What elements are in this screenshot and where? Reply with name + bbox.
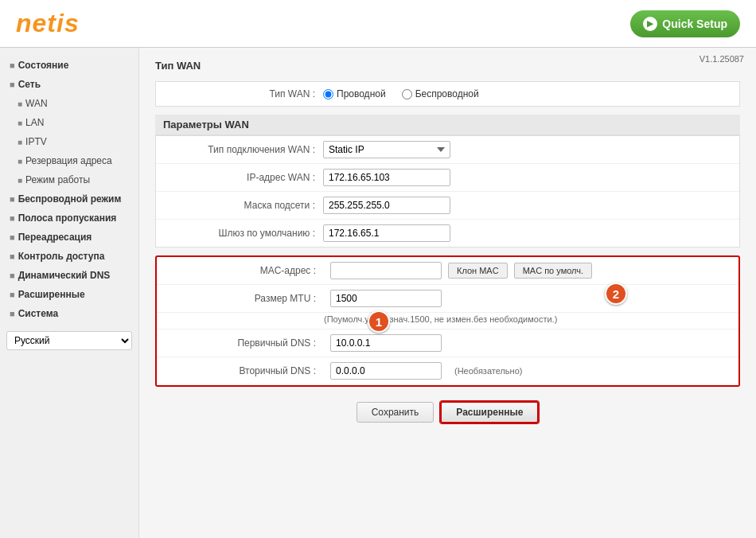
sidebar-item-network[interactable]: ■ Сеть [0, 75, 138, 94]
sidebar-item-status[interactable]: ■ Состояние [0, 56, 138, 75]
language-selector-container[interactable]: Русский English [6, 331, 132, 350]
subnet-label: Маска подсети : [164, 200, 323, 211]
advanced-icon: ■ [10, 290, 15, 299]
redirect-icon: ■ [10, 232, 15, 242]
sidebar-item-redirect[interactable]: ■ Переадресация [0, 228, 138, 247]
subnet-value [323, 197, 731, 214]
wan-type-title: Тип WAN [155, 60, 740, 75]
quick-setup-label: Quick Setup [662, 18, 727, 30]
language-select[interactable]: Русский English [6, 331, 132, 350]
system-icon: ■ [10, 309, 15, 318]
mode-bullet: ■ [18, 176, 22, 185]
network-section-icon: ■ [10, 80, 15, 89]
wan-params-title: Параметры WAN [155, 115, 740, 135]
sidebar-wan-label: WAN [25, 98, 48, 109]
main-layout: ■ Состояние ■ Сеть ■ WAN ■ LAN ■ IPTV ■ … [0, 48, 756, 538]
connection-type-label: Тип подключения WAN : [164, 144, 323, 155]
radio-wireless-label[interactable]: Беспроводной [402, 88, 479, 99]
sidebar-status-label: Состояние [18, 60, 69, 71]
mac-label: MAC-адрес : [165, 265, 324, 276]
ip-input[interactable] [323, 169, 450, 186]
wan-type-row: Тип WAN : Проводной Беспроводной [156, 82, 739, 106]
mac-input[interactable] [330, 262, 442, 279]
sidebar-wireless-label: Беспроводной режим [18, 193, 122, 205]
save-button[interactable]: Сохранить [357, 402, 435, 423]
annotation-badge-1: 1 [368, 310, 390, 333]
secondary-dns-label: Вторичный DNS : [165, 365, 324, 376]
mtu-hint: (Поумолч.устан.знач.1500, не измен.без н… [157, 313, 738, 329]
quick-setup-button[interactable]: ▶ Quick Setup [630, 10, 740, 37]
sidebar-addr-label: Резервация адреса [25, 155, 112, 166]
version-text: V1.1.25087 [699, 54, 744, 64]
content-area: Тип WAN Тип WAN : Проводной Беспроводной… [139, 48, 756, 538]
sidebar-dns-label: Динамический DNS [18, 270, 111, 281]
mtu-label: Размер MTU : [165, 293, 324, 304]
sidebar-item-wan[interactable]: ■ WAN [0, 94, 138, 113]
sidebar-item-lan[interactable]: ■ LAN [0, 113, 138, 132]
wireless-icon: ■ [10, 194, 15, 204]
logo-text: netis [16, 9, 80, 37]
sidebar-item-work-mode[interactable]: ■ Режим работы [0, 170, 138, 189]
sidebar-access-label: Контроль доступа [18, 251, 105, 262]
connection-type-row: Тип подключения WAN : Static IP [156, 136, 739, 164]
quick-setup-icon: ▶ [643, 17, 657, 31]
wan-bullet: ■ [18, 99, 22, 108]
secondary-dns-input[interactable] [330, 362, 442, 380]
logo: netis [16, 9, 80, 38]
header: netis ▶ Quick Setup [0, 0, 756, 48]
access-icon: ■ [10, 251, 15, 261]
addr-bullet: ■ [18, 157, 22, 166]
wan-type-radio-group: Проводной Беспроводной [323, 88, 731, 99]
wan-params-section: Тип подключения WAN : Static IP IP-адрес… [155, 135, 740, 248]
sidebar-redirect-label: Переадресация [18, 232, 92, 243]
sidebar-item-iptv[interactable]: ■ IPTV [0, 132, 138, 151]
status-section-icon: ■ [10, 60, 15, 70]
sidebar-network-label: Сеть [18, 79, 41, 90]
sidebar-iptv-label: IPTV [25, 136, 47, 147]
sidebar: ■ Состояние ■ Сеть ■ WAN ■ LAN ■ IPTV ■ … [0, 48, 139, 538]
radio-wireless-text: Беспроводной [415, 88, 479, 99]
default-mac-button[interactable]: MAC по умолч. [514, 263, 592, 279]
sidebar-item-system[interactable]: ■ Система [0, 304, 138, 323]
bandwidth-icon: ■ [10, 213, 15, 223]
sidebar-item-addr-reserve[interactable]: ■ Резервация адреса [0, 151, 138, 170]
ip-label: IP-адрес WAN : [164, 172, 323, 183]
clone-mac-button[interactable]: Клон MAC [448, 263, 508, 279]
sidebar-mode-label: Режим работы [25, 174, 90, 185]
secondary-dns-row: Вторичный DNS : (Необязательно) [157, 357, 738, 385]
buttons-row: Сохранить Расширенные [155, 395, 740, 430]
sidebar-system-label: Система [18, 308, 59, 319]
gateway-row: Шлюз по умолчанию : [156, 220, 739, 247]
subnet-input[interactable] [323, 197, 450, 214]
primary-dns-row: Первичный DNS : [157, 329, 738, 357]
gateway-value [323, 224, 731, 242]
gateway-input[interactable] [323, 224, 450, 242]
wan-type-label: Тип WAN : [164, 88, 323, 99]
highlighted-section: MAC-адрес : Клон MAC MAC по умолч. Разме… [155, 255, 740, 387]
secondary-dns-hint: (Необязательно) [454, 366, 522, 376]
sidebar-item-access-control[interactable]: ■ Контроль доступа [0, 247, 138, 266]
gateway-label: Шлюз по умолчанию : [164, 228, 323, 239]
primary-dns-input[interactable] [330, 334, 442, 352]
sidebar-bandwidth-label: Полоса пропускания [18, 212, 117, 224]
lan-bullet: ■ [18, 119, 22, 127]
mac-row: MAC-адрес : Клон MAC MAC по умолч. [157, 257, 738, 285]
radio-wired-label[interactable]: Проводной [323, 88, 386, 99]
connection-type-select[interactable]: Static IP [323, 141, 450, 158]
sidebar-item-bandwidth[interactable]: ■ Полоса пропускания [0, 209, 138, 228]
mtu-row: Размер MTU : [157, 285, 738, 313]
sidebar-item-wireless[interactable]: ■ Беспроводной режим [0, 189, 138, 209]
radio-wired-text: Проводной [337, 88, 386, 99]
sidebar-lan-label: LAN [25, 117, 44, 128]
radio-wired[interactable] [323, 89, 333, 99]
primary-dns-label: Первичный DNS : [165, 337, 324, 349]
sidebar-item-advanced[interactable]: ■ Расширенные [0, 285, 138, 304]
annotation-badge-2: 2 [605, 283, 627, 305]
advanced-button[interactable]: Расширенные [440, 401, 539, 423]
iptv-bullet: ■ [18, 138, 22, 146]
wan-type-section: Тип WAN : Проводной Беспроводной [155, 81, 740, 107]
sidebar-advanced-label: Расширенные [18, 289, 85, 300]
mtu-input[interactable] [330, 290, 442, 307]
radio-wireless[interactable] [402, 89, 412, 99]
sidebar-item-dynamic-dns[interactable]: ■ Динамический DNS [0, 266, 138, 285]
